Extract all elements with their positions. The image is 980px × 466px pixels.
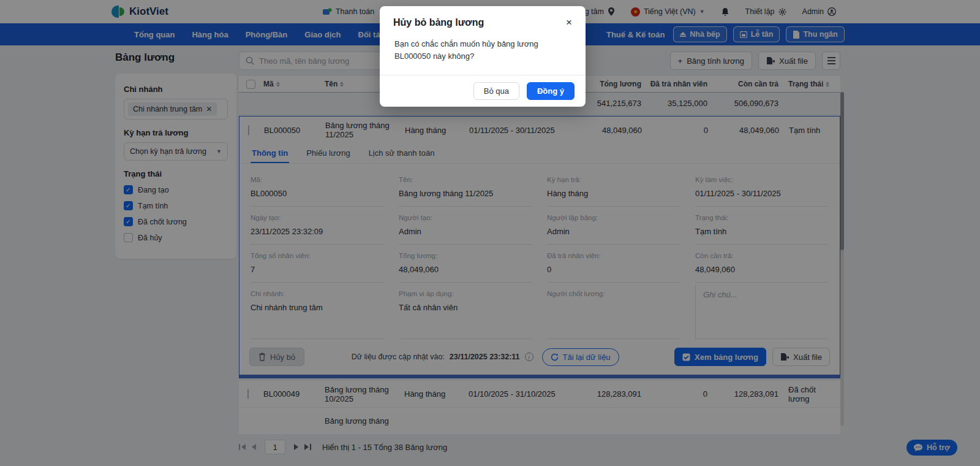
app-screen: KiotViet Thanh toán $ V Chi nhánh trung …	[0, 0, 980, 466]
modal-cancel-button[interactable]: Bỏ qua	[473, 82, 519, 100]
modal-confirm-button[interactable]: Đồng ý	[527, 82, 575, 100]
modal-body-text: Bạn có chắc chắn muốn hủy bảng lương BL0…	[380, 28, 586, 75]
cancel-payroll-modal: Hủy bỏ bảng lương × Bạn có chắc chắn muố…	[380, 6, 586, 107]
modal-title: Hủy bỏ bảng lương	[393, 17, 484, 28]
close-icon[interactable]: ×	[566, 17, 572, 28]
